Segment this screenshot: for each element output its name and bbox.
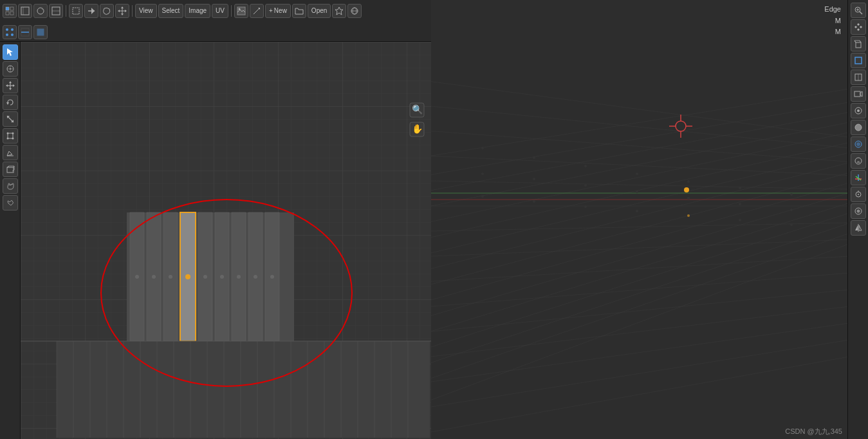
svg-marker-32 [7, 48, 13, 56]
svg-text:✋: ✋ [412, 124, 423, 135]
grab-tool[interactable] [3, 178, 18, 194]
image-menu[interactable]: Image [185, 4, 210, 18]
select-mode-icon[interactable] [84, 4, 98, 18]
svg-marker-42 [13, 84, 15, 87]
svg-point-48 [6, 133, 8, 135]
svg-point-200 [684, 187, 689, 192]
move-tool[interactable] [3, 78, 18, 93]
svg-point-61 [135, 275, 139, 279]
view-perspective-btn[interactable] [851, 36, 866, 51]
select-lasso-icon[interactable] [100, 4, 114, 18]
svg-rect-53 [7, 167, 14, 173]
svg-marker-43 [6, 102, 9, 105]
svg-rect-31 [37, 29, 44, 35]
open-image-button[interactable]: Open [308, 4, 331, 18]
scale-tool[interactable] [3, 111, 18, 127]
svg-point-133 [858, 210, 859, 212]
svg-rect-114 [855, 57, 862, 64]
svg-marker-16 [118, 10, 120, 12]
svg-rect-1 [10, 7, 14, 10]
transform-tool[interactable] [3, 128, 18, 144]
shading-solid-btn[interactable] [851, 120, 866, 135]
edge-mode-label: Edge M M [824, 4, 841, 38]
annotate-tool[interactable] [3, 145, 18, 160]
svg-point-50 [12, 138, 14, 140]
svg-rect-9 [73, 8, 79, 14]
svg-text:🔍: 🔍 [412, 104, 423, 115]
svg-marker-118 [860, 91, 862, 97]
transform-3d-btn[interactable] [851, 170, 866, 185]
box-tool[interactable] [3, 162, 18, 177]
svg-point-182 [687, 197, 690, 200]
open-folder-icon[interactable] [292, 4, 306, 18]
shading-rendered-btn[interactable] [851, 153, 866, 169]
uv-stretch-icon[interactable] [18, 4, 32, 18]
proportional-btn[interactable] [851, 203, 866, 219]
svg-marker-39 [9, 81, 12, 83]
svg-point-180 [584, 184, 587, 187]
snap-btn[interactable] [851, 187, 866, 202]
svg-line-112 [854, 41, 856, 42]
svg-point-188 [636, 210, 638, 212]
rotate-tool[interactable] [3, 95, 18, 110]
svg-point-51 [6, 138, 8, 140]
svg-point-173 [584, 165, 587, 167]
orbit-tool[interactable] [3, 61, 18, 77]
select-tool[interactable] [3, 44, 18, 60]
uv-sync-toggle[interactable] [3, 4, 17, 18]
select-box-icon[interactable] [69, 4, 83, 18]
new-image-button[interactable]: + New [265, 4, 291, 18]
view-local-btn[interactable] [851, 103, 866, 118]
mirror-btn[interactable] [851, 220, 866, 236]
viewport-3d[interactable]: .grid-line { stroke: #3a3a3a; stroke-wid… [431, 0, 847, 439]
zoom-view-btn[interactable] [851, 3, 866, 18]
view-camera-btn[interactable] [851, 86, 866, 102]
svg-rect-137 [431, 0, 847, 439]
uv-vertex-icon[interactable] [3, 25, 17, 39]
svg-point-25 [6, 28, 8, 31]
uv-overlay-icon[interactable] [33, 4, 48, 18]
select-menu[interactable]: Select [158, 4, 184, 18]
toolbar-row1: View Select Image UV + New Open [3, 1, 429, 21]
left-toolbar [0, 42, 21, 439]
svg-point-189 [687, 214, 690, 217]
pinch-tool[interactable] [3, 195, 18, 210]
svg-marker-136 [859, 225, 862, 230]
view-side-btn[interactable] [851, 70, 866, 85]
world-icon[interactable] [347, 4, 362, 18]
view-front-btn[interactable] [851, 53, 866, 68]
svg-point-184 [790, 209, 793, 211]
viewport-3d-svg: .grid-line { stroke: #3a3a3a; stroke-wid… [431, 0, 847, 439]
svg-point-69 [203, 275, 207, 279]
image-mode-icon[interactable] [250, 4, 264, 18]
sep2 [132, 5, 133, 17]
uv-face-icon[interactable] [33, 25, 48, 39]
pan-view-btn[interactable] [851, 19, 866, 35]
svg-point-120 [857, 109, 860, 112]
svg-point-67 [185, 274, 190, 279]
svg-point-26 [11, 28, 14, 31]
transform-mode-icon[interactable] [115, 4, 129, 18]
svg-rect-3 [10, 12, 14, 15]
svg-point-171 [481, 147, 484, 149]
svg-point-181 [636, 191, 638, 193]
image-selector[interactable] [234, 4, 248, 18]
pin-icon[interactable] [332, 4, 346, 18]
svg-marker-134 [855, 225, 858, 230]
shading-material-btn[interactable] [851, 136, 866, 152]
svg-point-185 [481, 195, 484, 198]
svg-marker-15 [121, 14, 124, 15]
uv-stitch-icon[interactable] [49, 4, 63, 18]
uv-edge-icon[interactable] [18, 25, 32, 39]
view-menu[interactable]: View [135, 4, 157, 18]
svg-point-177 [790, 193, 793, 196]
svg-point-77 [270, 275, 274, 279]
uv-menu[interactable]: UV [212, 4, 228, 18]
svg-point-28 [11, 33, 14, 36]
svg-point-190 [739, 219, 741, 221]
uv-editor: 🔍 ✋ [21, 42, 431, 439]
sep1 [66, 5, 66, 17]
svg-point-65 [169, 275, 172, 279]
svg-rect-78 [57, 341, 430, 438]
svg-point-183 [739, 203, 741, 205]
